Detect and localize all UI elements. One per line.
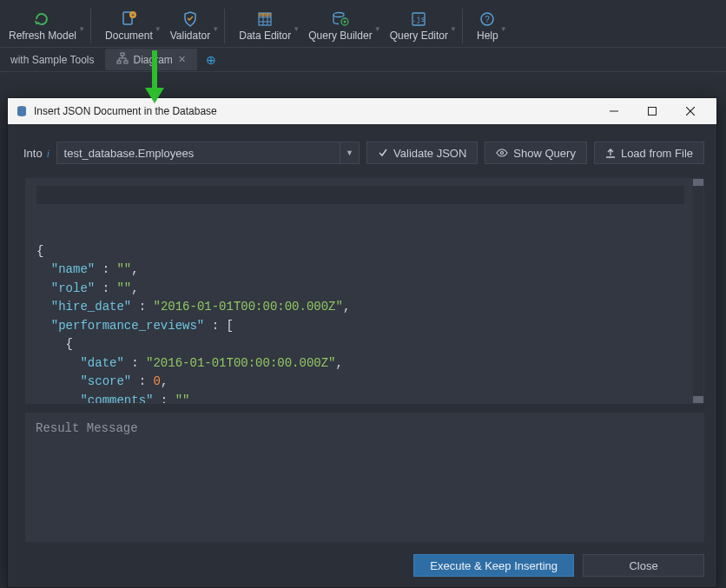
chevron-down-icon: ▼: [212, 25, 219, 33]
tab-label: Diagram: [134, 54, 173, 66]
tab-label: with Sample Tools: [10, 54, 95, 66]
svg-rect-17: [117, 61, 121, 63]
result-message-area: Result Message: [25, 413, 704, 542]
check-icon: [378, 148, 388, 158]
query-builder-tool[interactable]: Query Builder ▼: [300, 7, 380, 43]
close-window-button[interactable]: [671, 98, 710, 124]
json-editor[interactable]: { "name" : "", "role" : "", "hire_date" …: [25, 178, 704, 404]
tool-label: Help: [477, 30, 498, 42]
dialog-body: Into i ▼ Validate JSON Show Query Load f…: [8, 124, 716, 587]
shield-icon: [180, 9, 201, 30]
validator-tool[interactable]: Validator ▼: [162, 7, 219, 43]
upload-icon: [605, 148, 616, 158]
data-editor-tool[interactable]: Data Editor ▼: [230, 7, 300, 43]
toolbar-separator: [90, 9, 91, 43]
svg-text:.js: .js: [412, 16, 426, 23]
into-label: Into i: [23, 147, 50, 160]
chevron-down-icon: ▼: [450, 25, 457, 33]
collection-input[interactable]: [57, 147, 340, 160]
query-editor-tool[interactable]: .js Query Editor ▼: [381, 7, 457, 43]
editor-scrollbar[interactable]: [693, 179, 703, 403]
svg-text:+: +: [131, 12, 135, 18]
tab-diagram[interactable]: Diagram ✕: [106, 49, 197, 70]
dialog-title: Insert JSON Document in the Database: [34, 105, 217, 117]
show-query-button[interactable]: Show Query: [485, 142, 587, 164]
tool-label: Query Editor: [390, 30, 448, 42]
grid-icon: [254, 9, 275, 30]
svg-point-11: [343, 21, 346, 23]
maximize-button[interactable]: [633, 98, 671, 124]
tool-label: Query Builder: [308, 30, 372, 42]
chevron-down-icon[interactable]: ▼: [340, 142, 359, 163]
tool-label: Refresh Model: [9, 30, 76, 42]
help-icon: ?: [477, 9, 498, 30]
execute-keep-inserting-button[interactable]: Execute & Keep Inserting: [413, 554, 574, 577]
tool-label: Document: [105, 30, 153, 42]
svg-rect-18: [124, 61, 128, 63]
document-icon: +: [118, 9, 139, 30]
chevron-down-icon: ▼: [374, 25, 381, 33]
validate-json-button[interactable]: Validate JSON: [366, 142, 478, 164]
main-toolbar: Refresh Model ▼ + Document ▼ Validator ▼…: [0, 0, 726, 48]
toolbar-separator: [462, 9, 463, 43]
result-placeholder: Result Message: [36, 421, 138, 435]
refresh-model-tool[interactable]: Refresh Model ▼: [0, 7, 85, 43]
close-button[interactable]: Close: [583, 554, 704, 577]
svg-point-9: [333, 13, 344, 17]
svg-rect-16: [121, 53, 124, 56]
svg-rect-8: [259, 13, 271, 17]
tab-sample-tools[interactable]: with Sample Tools: [0, 50, 106, 69]
toolbar-separator: [224, 9, 225, 43]
document-tool[interactable]: + Document ▼: [96, 7, 162, 43]
help-tool[interactable]: ? Help ▼: [468, 7, 507, 43]
add-tab-button[interactable]: ⊕: [197, 53, 225, 67]
insert-json-dialog: Insert JSON Document in the Database Int…: [7, 97, 717, 588]
eye-icon: [496, 148, 508, 158]
diagram-icon: [116, 52, 129, 67]
chevron-down-icon: ▼: [500, 25, 507, 33]
minimize-button[interactable]: [595, 98, 633, 124]
tool-label: Validator: [170, 30, 210, 42]
close-icon[interactable]: ✕: [178, 54, 186, 65]
code-icon: .js: [408, 9, 429, 30]
collection-select[interactable]: ▼: [56, 142, 360, 164]
chevron-down-icon: ▼: [293, 25, 300, 33]
into-row: Into i ▼ Validate JSON Show Query Load f…: [8, 124, 716, 173]
dialog-footer: Execute & Keep Inserting Close: [8, 551, 716, 587]
chevron-down-icon: ▼: [78, 25, 85, 33]
load-from-file-button[interactable]: Load from File: [594, 142, 704, 164]
dialog-titlebar: Insert JSON Document in the Database: [8, 98, 716, 124]
chevron-down-icon: ▼: [155, 25, 162, 33]
svg-text:?: ?: [485, 15, 491, 24]
refresh-icon: [32, 9, 53, 30]
database-gear-icon: [330, 9, 351, 30]
database-icon: [15, 104, 29, 118]
svg-rect-23: [649, 108, 657, 116]
svg-point-26: [501, 152, 504, 155]
tabstrip: with Sample Tools Diagram ✕ ⊕: [0, 48, 726, 72]
tool-label: Data Editor: [239, 30, 291, 42]
